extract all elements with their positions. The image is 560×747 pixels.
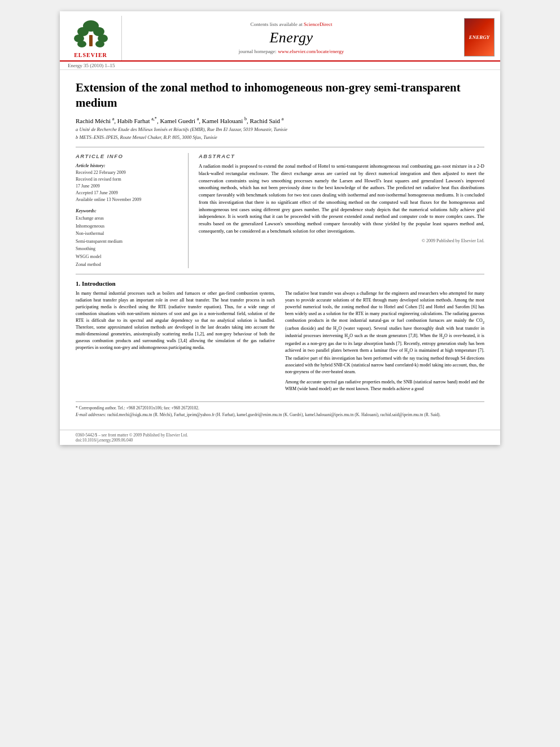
body-col2-para2: Among the accurate spectral gas radiativ… [285,379,484,392]
cover-image: ENERGY [464,18,495,56]
abstract-text: A radiation model is proposed to extend … [199,163,484,235]
journal-header: ELSEVIER Contents lists available at Sci… [60,11,500,62]
article-dates: Received 22 February 2009 Received in re… [76,169,180,203]
journal-title: Energy [269,29,313,46]
body-col1-para1: In many thermal industrial processes suc… [76,290,275,351]
footnote-star: * Corresponding author. Tel.: +968 26720… [76,405,484,412]
journal-info-bar: Energy 35 (2010) 1–15 [60,62,500,70]
divider-2 [76,274,484,274]
info-abstract-section: ARTICLE INFO Article history: Received 2… [76,153,484,268]
keyword-4: Semi-transparent medium [76,239,123,244]
keywords-label: Keywords: [76,208,180,213]
journal-center: Contents lists available at ScienceDirec… [122,16,461,60]
keyword-1: Exchange areas [76,216,104,221]
keyword-6: WSGG model [76,254,102,259]
received-date: Received 22 February 2009 [76,170,126,175]
received-revised-date: 17 June 2009 [76,184,100,189]
footnote-area: * Corresponding author. Tel.: +968 26720… [76,401,484,418]
authors-line: Rachid Méchi a, Habib Farhat a,*, Kamel … [76,117,484,125]
keyword-3: Non-isothermal [76,231,104,236]
doi-line: doi:10.1016/j.energy.2009.06.040 [76,438,188,443]
abstract-column: ABSTRACT A radiation model is proposed t… [199,153,484,268]
bottom-bar: 0360-5442/$ – see front matter © 2009 Pu… [60,430,500,445]
article-history-label: Article history: [76,163,180,168]
available-date: Available online 13 November 2009 [76,197,141,202]
article-info-column: ARTICLE INFO Article history: Received 2… [76,153,189,268]
svg-point-6 [77,41,86,47]
introduction-section: 1. Introduction In many thermal industri… [76,280,484,395]
article-title: Extension of the zonal method to inhomog… [76,80,484,111]
homepage-prefix: journal homepage: [239,49,278,54]
keyword-7: Zonal method [76,262,101,267]
elsevier-logo: ELSEVIER [60,16,122,60]
body-two-col: In many thermal industrial processes suc… [76,290,484,395]
body-left-col: In many thermal industrial processes suc… [76,290,275,395]
issn-line: 0360-5442/$ – see front matter © 2009 Pu… [76,433,188,438]
svg-rect-5 [89,35,93,46]
copyright-line: © 2009 Published by Elsevier Ltd. [199,238,484,243]
sciencedirect-prefix: Contents lists available at [251,21,304,27]
received-revised-label: Received in revised form [76,177,121,182]
journal-cover: ENERGY [461,16,500,60]
abstract-label: ABSTRACT [199,153,484,159]
keyword-5: Smoothing [76,246,95,251]
bottom-bar-left: 0360-5442/$ – see front matter © 2009 Pu… [76,433,188,443]
accepted-date: Accepted 17 June 2009 [76,190,118,195]
page: ELSEVIER Contents lists available at Sci… [60,11,500,445]
elsevier-tree-icon [71,19,111,51]
keywords-list: Exchange areas Inhomogeneous Non-isother… [76,215,180,268]
sciencedirect-link[interactable]: ScienceDirect [304,21,332,27]
affiliation-b: b METS–ENIS–IPEIS, Route Menzel Chaker, … [76,134,484,141]
section-1-heading: 1. Introduction [76,280,484,287]
footnote-email: E-mail addresses: rachid.mechi@isigk.mu.… [76,412,484,418]
body-col2-para1: The radiative heat transfer was always a… [285,290,484,375]
affiliation-a: a Unité de Recherche Etude des Milieux I… [76,126,484,133]
authors-text: Rachid Méchi a, Habib Farhat a,*, Kamel … [76,117,283,124]
homepage-url[interactable]: www.elsevier.com/locate/energy [278,49,344,54]
divider-1 [76,147,484,147]
body-right-col: The radiative heat transfer was always a… [285,290,484,395]
sciencedirect-line: Contents lists available at ScienceDirec… [251,21,333,27]
svg-point-7 [95,41,104,47]
elsevier-label: ELSEVIER [74,52,107,58]
article-info-label: ARTICLE INFO [76,153,180,159]
keyword-2: Inhomogeneous [76,224,104,229]
article-content: Extension of the zonal method to inhomog… [60,70,500,430]
journal-homepage-line: journal homepage: www.elsevier.com/locat… [239,49,344,54]
